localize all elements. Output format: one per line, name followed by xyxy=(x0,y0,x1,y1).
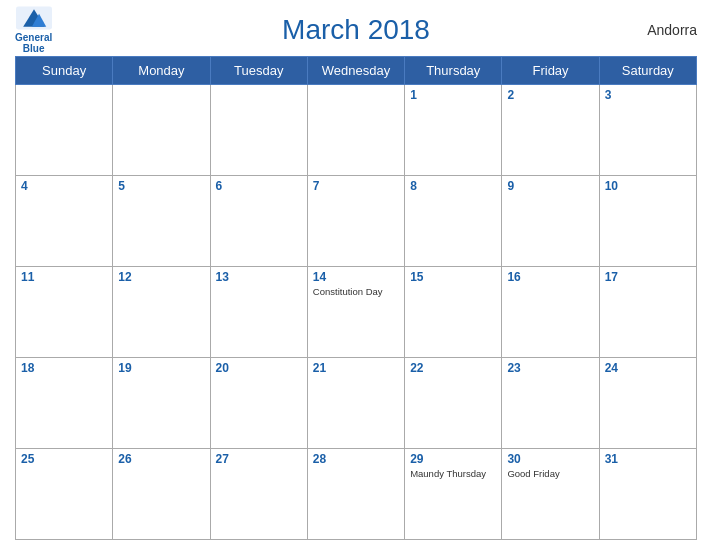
calendar-day-cell: 24 xyxy=(599,358,696,449)
calendar-day-cell: 27 xyxy=(210,449,307,540)
day-number: 22 xyxy=(410,361,496,375)
calendar-day-cell: 30Good Friday xyxy=(502,449,599,540)
generalblue-logo: General Blue xyxy=(15,6,52,54)
weekday-header-row: Sunday Monday Tuesday Wednesday Thursday… xyxy=(16,57,697,85)
day-number: 27 xyxy=(216,452,302,466)
calendar-day-cell: 16 xyxy=(502,267,599,358)
day-number: 7 xyxy=(313,179,399,193)
day-number: 6 xyxy=(216,179,302,193)
calendar-day-cell: 14Constitution Day xyxy=(307,267,404,358)
day-number: 24 xyxy=(605,361,691,375)
day-number: 17 xyxy=(605,270,691,284)
day-number: 25 xyxy=(21,452,107,466)
day-number: 18 xyxy=(21,361,107,375)
calendar-day-cell: 5 xyxy=(113,176,210,267)
day-number: 30 xyxy=(507,452,593,466)
day-number: 5 xyxy=(118,179,204,193)
calendar-week-row: 18192021222324 xyxy=(16,358,697,449)
day-number: 12 xyxy=(118,270,204,284)
holiday-label: Maundy Thursday xyxy=(410,468,496,479)
day-number: 13 xyxy=(216,270,302,284)
calendar-day-cell: 29Maundy Thursday xyxy=(405,449,502,540)
calendar-day-cell xyxy=(113,85,210,176)
day-number: 2 xyxy=(507,88,593,102)
day-number: 14 xyxy=(313,270,399,284)
calendar-day-cell: 25 xyxy=(16,449,113,540)
day-number: 4 xyxy=(21,179,107,193)
col-tuesday: Tuesday xyxy=(210,57,307,85)
country-label: Andorra xyxy=(647,22,697,38)
calendar-day-cell: 22 xyxy=(405,358,502,449)
day-number: 3 xyxy=(605,88,691,102)
calendar-day-cell: 21 xyxy=(307,358,404,449)
day-number: 23 xyxy=(507,361,593,375)
calendar-day-cell: 18 xyxy=(16,358,113,449)
holiday-label: Good Friday xyxy=(507,468,593,479)
col-monday: Monday xyxy=(113,57,210,85)
calendar-day-cell: 19 xyxy=(113,358,210,449)
calendar-day-cell: 3 xyxy=(599,85,696,176)
day-number: 1 xyxy=(410,88,496,102)
day-number: 8 xyxy=(410,179,496,193)
calendar-day-cell: 17 xyxy=(599,267,696,358)
calendar-day-cell: 15 xyxy=(405,267,502,358)
calendar-table: Sunday Monday Tuesday Wednesday Thursday… xyxy=(15,56,697,540)
calendar-day-cell: 7 xyxy=(307,176,404,267)
calendar-day-cell xyxy=(16,85,113,176)
calendar-day-cell: 10 xyxy=(599,176,696,267)
day-number: 21 xyxy=(313,361,399,375)
day-number: 29 xyxy=(410,452,496,466)
col-saturday: Saturday xyxy=(599,57,696,85)
calendar-day-cell: 23 xyxy=(502,358,599,449)
day-number: 19 xyxy=(118,361,204,375)
calendar-day-cell: 12 xyxy=(113,267,210,358)
calendar-day-cell: 1 xyxy=(405,85,502,176)
col-thursday: Thursday xyxy=(405,57,502,85)
calendar-day-cell: 20 xyxy=(210,358,307,449)
col-friday: Friday xyxy=(502,57,599,85)
calendar-week-row: 11121314Constitution Day151617 xyxy=(16,267,697,358)
calendar-day-cell: 8 xyxy=(405,176,502,267)
calendar-week-row: 2526272829Maundy Thursday30Good Friday31 xyxy=(16,449,697,540)
calendar-day-cell: 9 xyxy=(502,176,599,267)
calendar-day-cell: 2 xyxy=(502,85,599,176)
calendar-week-row: 45678910 xyxy=(16,176,697,267)
holiday-label: Constitution Day xyxy=(313,286,399,297)
day-number: 28 xyxy=(313,452,399,466)
calendar-day-cell: 6 xyxy=(210,176,307,267)
calendar-day-cell: 28 xyxy=(307,449,404,540)
day-number: 26 xyxy=(118,452,204,466)
calendar-day-cell: 13 xyxy=(210,267,307,358)
day-number: 9 xyxy=(507,179,593,193)
day-number: 15 xyxy=(410,270,496,284)
calendar-day-cell: 4 xyxy=(16,176,113,267)
month-title: March 2018 xyxy=(282,14,430,46)
calendar-day-cell: 26 xyxy=(113,449,210,540)
col-wednesday: Wednesday xyxy=(307,57,404,85)
day-number: 16 xyxy=(507,270,593,284)
calendar-day-cell xyxy=(210,85,307,176)
calendar-day-cell xyxy=(307,85,404,176)
calendar-day-cell: 31 xyxy=(599,449,696,540)
calendar-week-row: 123 xyxy=(16,85,697,176)
day-number: 31 xyxy=(605,452,691,466)
col-sunday: Sunday xyxy=(16,57,113,85)
day-number: 11 xyxy=(21,270,107,284)
calendar-header: General Blue March 2018 Andorra xyxy=(15,10,697,50)
day-number: 10 xyxy=(605,179,691,193)
calendar-day-cell: 11 xyxy=(16,267,113,358)
day-number: 20 xyxy=(216,361,302,375)
logo-text: General Blue xyxy=(15,32,52,54)
